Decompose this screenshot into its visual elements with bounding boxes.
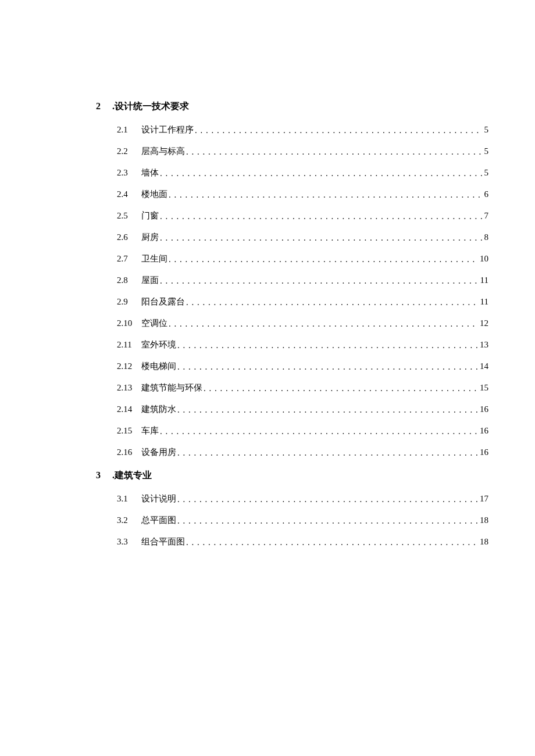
toc-page-number: 17 [480, 495, 488, 503]
toc-number: 2.11 [117, 341, 141, 349]
toc-title: 设计说明 [141, 495, 176, 503]
toc-entry: 2.4楼地面6 [117, 190, 488, 199]
toc-number: 2.1 [117, 126, 141, 134]
toc-entry: 2.7卫生间10 [117, 255, 488, 263]
toc-leader-dots [177, 406, 477, 414]
toc-title: 屋面 [141, 276, 159, 285]
toc-entry: 2.1设计工作程序5 [117, 126, 488, 134]
toc-page-number: 11 [480, 298, 488, 306]
toc-number: 3.1 [117, 495, 141, 503]
toc-leader-dots [177, 517, 477, 525]
toc-entry: 2.6厨房8 [117, 233, 488, 242]
toc-page-number: 16 [480, 427, 488, 435]
toc-title: 厨房 [141, 233, 159, 242]
toc-entry: 2.5门窗7 [117, 212, 488, 220]
toc-number: 2.10 [117, 319, 141, 328]
toc-page-number: 10 [480, 255, 488, 263]
toc-page-number: 14 [480, 362, 488, 371]
toc-leader-dots [160, 427, 477, 436]
toc-title: 层高与标高 [141, 147, 185, 156]
toc-title: 卫生间 [141, 255, 167, 263]
section-number: 2 [96, 101, 106, 112]
toc-entry: 2.10空调位12 [117, 319, 488, 328]
toc-number: 2.12 [117, 362, 141, 371]
toc-page-number: 18 [480, 516, 488, 525]
toc-leader-dots [160, 212, 482, 221]
toc-number: 2.2 [117, 147, 141, 156]
toc-title: 建筑节能与环保 [141, 384, 202, 392]
toc-entry: 2.15车库16 [117, 427, 488, 435]
toc-title: 楼地面 [141, 190, 167, 199]
toc-entry: 3.2总平面图18 [117, 516, 488, 525]
toc-leader-dots [177, 449, 477, 457]
toc-page-number: 16 [480, 448, 488, 457]
toc-title: 墙体 [141, 169, 159, 177]
toc-leader-dots [160, 234, 482, 242]
toc-title: 门窗 [141, 212, 159, 220]
toc-list-section-2: 2.1设计工作程序5 2.2层高与标高5 2.3墙体5 2.4楼地面6 2.5门… [96, 126, 488, 457]
toc-page-number: 15 [480, 384, 488, 392]
toc-leader-dots [169, 255, 477, 264]
toc-number: 2.6 [117, 233, 141, 242]
toc-number: 2.16 [117, 448, 141, 457]
toc-page-number: 6 [484, 190, 489, 199]
toc-page-number: 5 [484, 126, 489, 134]
toc-number: 2.13 [117, 384, 141, 392]
toc-list-section-3: 3.1设计说明17 3.2总平面图18 3.3组合平面图18 [96, 495, 488, 546]
toc-entry: 3.3组合平面图18 [117, 538, 488, 546]
toc-page-number: 8 [484, 233, 489, 242]
toc-number: 2.15 [117, 427, 141, 435]
toc-number: 2.4 [117, 190, 141, 199]
toc-title: 楼电梯间 [141, 362, 176, 371]
toc-page-number: 5 [484, 147, 489, 156]
toc-number: 2.3 [117, 169, 141, 177]
toc-title: 设备用房 [141, 448, 176, 457]
toc-number: 2.7 [117, 255, 141, 263]
toc-leader-dots [160, 277, 478, 285]
toc-page-number: 12 [480, 319, 488, 328]
toc-title: 室外环境 [141, 341, 176, 349]
toc-page-number: 16 [480, 405, 488, 414]
toc-entry: 2.9阳台及露台11 [117, 298, 488, 306]
toc-leader-dots [186, 298, 478, 307]
toc-number: 3.3 [117, 538, 141, 546]
section-number: 3 [96, 470, 106, 481]
toc-title: 车库 [141, 427, 159, 435]
toc-entry: 2.8屋面11 [117, 276, 488, 285]
toc-title: 空调位 [141, 319, 167, 328]
toc-page-number: 11 [480, 276, 488, 285]
section-header-2: 2 . 设计统一技术要求 [96, 101, 488, 113]
toc-leader-dots [177, 341, 477, 350]
toc-page-number: 18 [480, 538, 488, 546]
toc-page-number: 7 [484, 212, 489, 220]
toc-leader-dots [195, 126, 482, 135]
toc-title: 建筑防水 [141, 405, 176, 414]
toc-page-number: 5 [484, 169, 489, 177]
toc-number: 2.5 [117, 212, 141, 220]
toc-entry: 2.3墙体5 [117, 169, 488, 177]
toc-title: 阳台及露台 [141, 298, 185, 306]
toc-title: 组合平面图 [141, 538, 185, 546]
toc-leader-dots [169, 191, 482, 199]
toc-leader-dots [177, 363, 477, 371]
toc-number: 3.2 [117, 516, 141, 525]
toc-leader-dots [169, 320, 477, 328]
toc-entry: 2.16设备用房16 [117, 448, 488, 457]
toc-entry: 2.14建筑防水16 [117, 405, 488, 414]
section-title: 设计统一技术要求 [115, 101, 189, 113]
toc-number: 2.9 [117, 298, 141, 306]
toc-leader-dots [204, 384, 477, 393]
toc-entry: 2.13建筑节能与环保15 [117, 384, 488, 392]
toc-title: 总平面图 [141, 516, 176, 525]
toc-leader-dots [186, 538, 477, 547]
page-content: 2 . 设计统一技术要求 2.1设计工作程序5 2.2层高与标高5 2.3墙体5… [0, 0, 535, 546]
toc-leader-dots [186, 148, 482, 156]
toc-number: 2.14 [117, 405, 141, 414]
toc-title: 设计工作程序 [141, 126, 194, 134]
section-title: 建筑专业 [115, 470, 152, 482]
toc-leader-dots [177, 495, 477, 504]
toc-leader-dots [160, 169, 482, 178]
toc-entry: 2.12楼电梯间14 [117, 362, 488, 371]
toc-number: 2.8 [117, 276, 141, 285]
toc-entry: 2.11室外环境13 [117, 341, 488, 349]
